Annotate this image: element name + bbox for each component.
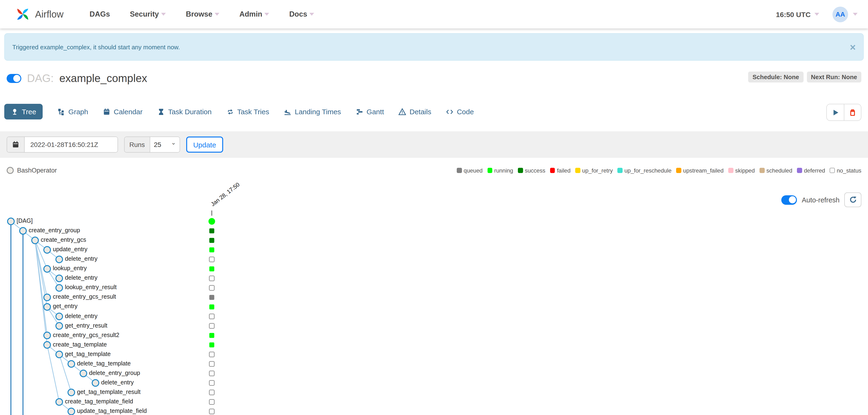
- pinwheel-icon: [14, 6, 31, 23]
- task-instance-square[interactable]: [210, 380, 214, 385]
- tree-node-circle[interactable]: [44, 294, 51, 301]
- top-navbar: Airflow DAGsSecurityBrowseAdminDocs 16:5…: [0, 0, 868, 28]
- tree-node-circle[interactable]: [44, 342, 51, 348]
- task-instance-square[interactable]: [210, 333, 214, 338]
- tree-node-circle[interactable]: [56, 313, 63, 320]
- tree-node-circle[interactable]: [56, 256, 63, 263]
- avatar: AA: [833, 6, 848, 22]
- nav-item-admin[interactable]: Admin: [240, 10, 269, 19]
- task-instance-square[interactable]: [210, 304, 214, 309]
- chevron-down-icon: [161, 13, 166, 16]
- task-instance-square[interactable]: [210, 285, 214, 290]
- tree-node-circle[interactable]: [92, 380, 99, 386]
- tree-node-circle[interactable]: [56, 275, 63, 282]
- user-menu[interactable]: AA: [833, 6, 858, 22]
- tree-node-circle[interactable]: [44, 332, 51, 339]
- task-instance-square[interactable]: [210, 247, 214, 253]
- tree-node-label: create_entry_gcs_result2: [53, 332, 119, 338]
- tree-node-circle[interactable]: [68, 361, 74, 367]
- task-instance-square[interactable]: [210, 343, 214, 348]
- nav-item-label: Admin: [240, 10, 262, 19]
- tree-node-label: create_entry_gcs_result: [53, 294, 116, 300]
- tree-node-circle[interactable]: [7, 218, 14, 225]
- nav-item-label: Browse: [186, 10, 213, 19]
- tree-node-circle[interactable]: [44, 304, 51, 310]
- nav-item-label: Security: [130, 10, 159, 19]
- clock-label: 16:50 UTC: [776, 10, 811, 18]
- tree-node-label: delete_entry: [65, 256, 98, 262]
- clock-dropdown[interactable]: 16:50 UTC: [776, 10, 819, 18]
- tree-node-circle[interactable]: [56, 323, 63, 329]
- tree-node-label: create_entry_group: [29, 227, 80, 234]
- task-instance-square[interactable]: [210, 314, 214, 319]
- tree-node-circle[interactable]: [56, 285, 63, 291]
- tree-edge: [59, 354, 71, 392]
- tree-node-label: lookup_entry_result: [65, 284, 117, 291]
- tree-node-circle[interactable]: [68, 389, 74, 396]
- tree-node-circle[interactable]: [44, 246, 51, 253]
- nav-item-label: DAGs: [90, 10, 110, 19]
- tree-view: Jan 28, 17:50 [DAG]create_entry_groupcre…: [0, 0, 868, 415]
- task-instance-square[interactable]: [210, 399, 214, 404]
- task-instance-square[interactable]: [210, 390, 214, 395]
- tree-node-label: update_entry: [53, 246, 87, 253]
- task-instance-square[interactable]: [210, 352, 214, 357]
- airflow-app: Airflow DAGsSecurityBrowseAdminDocs 16:5…: [0, 0, 868, 415]
- task-instance-square[interactable]: [210, 324, 214, 328]
- task-instance-square[interactable]: [210, 361, 214, 366]
- chevron-down-icon: [814, 13, 819, 16]
- tree-node-label: [DAG]: [17, 217, 33, 224]
- tree-graph: [0, 0, 868, 415]
- tree-node-circle[interactable]: [20, 228, 26, 234]
- tree-node-label: get_entry_result: [65, 322, 107, 329]
- chevron-down-icon: [215, 13, 220, 16]
- nav-item-browse[interactable]: Browse: [186, 10, 220, 19]
- task-instance-square[interactable]: [210, 229, 214, 233]
- nav-menu: DAGsSecurityBrowseAdminDocs: [90, 10, 314, 19]
- task-instance-square[interactable]: [210, 295, 214, 300]
- tree-node-label: delete_tag_template: [77, 360, 131, 367]
- chevron-down-icon: [310, 13, 314, 16]
- tree-edge: [35, 240, 47, 345]
- tree-node-circle[interactable]: [44, 266, 51, 272]
- task-instance-square[interactable]: [210, 266, 214, 271]
- tree-node-label: create_entry_gcs: [41, 237, 86, 243]
- task-instance-square[interactable]: [210, 257, 214, 262]
- tree-node-circle[interactable]: [68, 408, 74, 415]
- dag-run-circle[interactable]: [209, 218, 215, 225]
- nav-item-docs[interactable]: Docs: [289, 10, 314, 19]
- tree-node-label: create_tag_template_field: [65, 398, 133, 405]
- airflow-logo[interactable]: Airflow: [14, 6, 63, 23]
- tree-node-label: delete_entry: [65, 275, 98, 281]
- tree-node-circle[interactable]: [56, 351, 63, 358]
- task-instance-square[interactable]: [210, 371, 214, 376]
- brand-title: Airflow: [35, 9, 63, 20]
- task-instance-square[interactable]: [210, 238, 214, 243]
- nav-item-label: Docs: [289, 10, 307, 19]
- tree-node-label: create_tag_template: [53, 341, 107, 348]
- tree-node-label: delete_entry_group: [89, 370, 140, 376]
- task-instance-square[interactable]: [210, 409, 214, 414]
- nav-item-security[interactable]: Security: [130, 10, 166, 19]
- tree-node-label: get_tag_template_result: [77, 389, 141, 395]
- tree-node-label: get_entry: [53, 303, 78, 310]
- tree-node-label: delete_entry: [65, 313, 98, 319]
- tree-node-label: lookup_entry: [53, 265, 87, 272]
- tree-node-label: delete_entry: [101, 379, 134, 386]
- tree-node-circle[interactable]: [32, 237, 38, 244]
- tree-node-circle[interactable]: [80, 370, 87, 377]
- task-instance-square[interactable]: [210, 276, 214, 281]
- chevron-down-icon: [265, 13, 269, 16]
- tree-node-label: get_tag_template: [65, 351, 111, 357]
- nav-right: 16:50 UTC AA: [776, 6, 858, 22]
- tree-node-circle[interactable]: [56, 398, 63, 405]
- chevron-down-icon: [853, 13, 858, 16]
- tree-node-label: update_tag_template_field: [77, 408, 147, 414]
- nav-item-dags[interactable]: DAGs: [90, 10, 110, 19]
